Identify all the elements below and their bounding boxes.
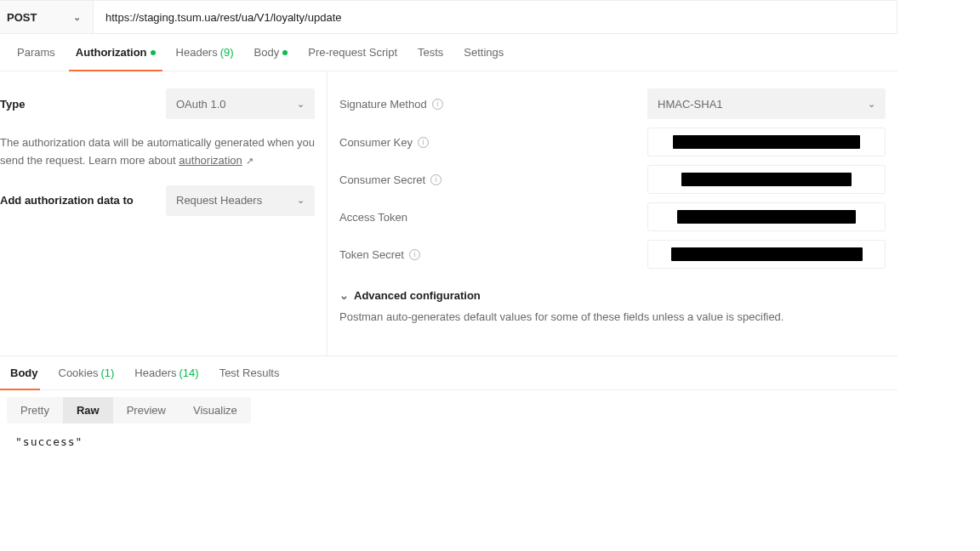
response-tabs: Body Cookies(1) Headers(14) Test Results bbox=[0, 356, 897, 390]
response-tab-tests[interactable]: Test Results bbox=[209, 356, 290, 389]
redacted-value bbox=[671, 247, 863, 261]
token-secret-label: Token Secreti bbox=[339, 248, 420, 261]
info-icon[interactable]: i bbox=[409, 249, 420, 260]
add-auth-to-label: Add authorization data to bbox=[0, 194, 134, 207]
response-tab-cookies[interactable]: Cookies(1) bbox=[48, 356, 125, 389]
authorization-docs-link[interactable]: authorization bbox=[179, 154, 242, 167]
response-body-text[interactable]: "success" bbox=[0, 423, 897, 460]
info-icon[interactable]: i bbox=[418, 137, 429, 148]
consumer-key-label: Consumer Keyi bbox=[339, 136, 429, 149]
signature-method-label: Signature Methodi bbox=[339, 98, 443, 111]
tab-body[interactable]: Body bbox=[244, 34, 299, 71]
auth-type-select[interactable]: OAuth 1.0 ⌄ bbox=[166, 88, 315, 119]
tab-headers[interactable]: Headers(9) bbox=[166, 34, 244, 71]
add-auth-to-select[interactable]: Request Headers ⌄ bbox=[166, 185, 315, 216]
info-icon[interactable]: i bbox=[432, 99, 443, 110]
signature-method-value: HMAC-SHA1 bbox=[658, 98, 723, 111]
advanced-configuration-toggle[interactable]: ⌄ Advanced configuration bbox=[339, 289, 886, 302]
response-tab-body[interactable]: Body bbox=[0, 356, 48, 389]
request-tabs: Params Authorization Headers(9) Body Pre… bbox=[0, 34, 897, 71]
auth-help-text: The authorization data will be automatic… bbox=[0, 134, 315, 170]
request-url-input[interactable] bbox=[94, 1, 897, 33]
chevron-down-icon: ⌄ bbox=[73, 12, 81, 23]
external-link-icon: ↗ bbox=[246, 156, 254, 166]
consumer-secret-label: Consumer Secreti bbox=[339, 173, 442, 186]
signature-method-select[interactable]: HMAC-SHA1 ⌄ bbox=[647, 88, 886, 119]
tab-tests[interactable]: Tests bbox=[407, 34, 453, 71]
info-icon[interactable]: i bbox=[430, 174, 442, 185]
response-tab-headers[interactable]: Headers(14) bbox=[124, 356, 208, 389]
body-view-tabs: Pretty Raw Preview Visualize bbox=[7, 397, 251, 423]
tab-pre-request[interactable]: Pre-request Script bbox=[298, 34, 407, 71]
chevron-down-icon: ⌄ bbox=[297, 99, 305, 110]
consumer-secret-input[interactable] bbox=[647, 165, 886, 194]
modified-dot-icon bbox=[151, 50, 156, 55]
view-tab-visualize[interactable]: Visualize bbox=[179, 397, 251, 423]
url-bar: POST ⌄ bbox=[0, 0, 897, 34]
view-tab-raw[interactable]: Raw bbox=[63, 397, 113, 423]
redacted-value bbox=[677, 210, 856, 224]
http-method-value: POST bbox=[7, 11, 37, 24]
advanced-configuration-note: Postman auto-generates default values fo… bbox=[339, 310, 886, 323]
auth-type-value: OAuth 1.0 bbox=[176, 98, 226, 111]
access-token-input[interactable] bbox=[647, 202, 886, 231]
redacted-value bbox=[681, 173, 852, 186]
auth-type-label: Type bbox=[0, 98, 25, 111]
view-tab-preview[interactable]: Preview bbox=[113, 397, 179, 423]
tab-authorization[interactable]: Authorization bbox=[66, 34, 166, 71]
modified-dot-icon bbox=[282, 50, 288, 55]
tab-settings[interactable]: Settings bbox=[453, 34, 514, 71]
http-method-select[interactable]: POST ⌄ bbox=[0, 1, 94, 33]
consumer-key-input[interactable] bbox=[647, 128, 886, 156]
chevron-down-icon: ⌄ bbox=[868, 99, 875, 110]
add-auth-to-value: Request Headers bbox=[176, 194, 262, 207]
chevron-down-icon: ⌄ bbox=[339, 289, 349, 302]
token-secret-input[interactable] bbox=[647, 240, 886, 269]
chevron-down-icon: ⌄ bbox=[297, 195, 305, 206]
view-tab-pretty[interactable]: Pretty bbox=[7, 397, 63, 423]
redacted-value bbox=[673, 135, 860, 149]
tab-params[interactable]: Params bbox=[7, 34, 66, 71]
access-token-label: Access Token bbox=[339, 211, 407, 224]
